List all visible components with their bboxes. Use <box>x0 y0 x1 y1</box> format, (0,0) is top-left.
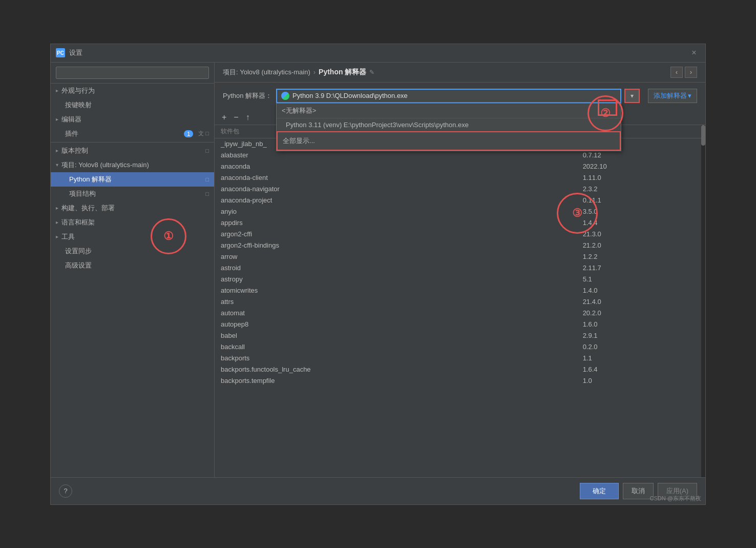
sidebar-search-input[interactable] <box>56 67 209 79</box>
table-row[interactable]: anaconda2022.10 <box>215 160 705 172</box>
sidebar-divider <box>51 142 214 143</box>
sidebar-item-project-structure[interactable]: 项目结构 □ <box>51 187 214 201</box>
breadcrumb-left: 项目: Yolov8 (ultralytics-main) › Python 解… <box>223 68 374 77</box>
package-version: 20.2.0 <box>577 307 705 318</box>
watermark: CSDN @东东不熬夜 <box>650 495 701 502</box>
table-row[interactable]: anaconda-navigator2.3.2 <box>215 183 705 194</box>
table-row[interactable]: backcall0.2.0 <box>215 341 705 352</box>
package-name: atomicwrites <box>215 285 577 296</box>
add-package-button[interactable]: + <box>219 112 229 123</box>
package-name: astropy <box>215 273 577 285</box>
sidebar-item-lang[interactable]: ▸ 语言和框架 <box>51 215 214 230</box>
package-name: backcall <box>215 341 577 352</box>
table-row[interactable]: argon2-cffi-bindings21.2.0 <box>215 239 705 251</box>
scrollbar-thumb[interactable] <box>701 125 705 146</box>
package-version: 1.4.0 <box>577 285 705 296</box>
package-version: 2.9.1 <box>577 330 705 341</box>
table-row[interactable]: babel2.9.1 <box>215 330 705 341</box>
table-row[interactable]: anaconda-project0.11.1 <box>215 194 705 206</box>
package-name: appdirs <box>215 217 577 228</box>
package-name: anyio <box>215 206 577 217</box>
interpreter-value: Python 3.9 D:\QLDownload\python.exe <box>292 92 408 99</box>
python-icon <box>281 92 289 100</box>
app-icon: PC <box>56 48 65 57</box>
expand-arrow-icon: ▸ <box>56 148 58 153</box>
package-name: attrs <box>215 296 577 307</box>
package-name: backports.functools_lru_cache <box>215 363 577 375</box>
sidebar-item-vcs[interactable]: ▸ 版本控制 □ <box>51 144 214 158</box>
interpreter-dropdown: <无解释器> Python 3.11 (venv) E:\pythonProje… <box>276 103 621 151</box>
help-button[interactable]: ? <box>59 484 72 498</box>
sidebar-item-build[interactable]: ▸ 构建、执行、部署 <box>51 201 214 215</box>
table-row[interactable]: backports1.1 <box>215 352 705 363</box>
dropdown-item-no-interpreter[interactable]: <无解释器> <box>277 104 621 118</box>
package-version: 2022.10 <box>577 160 705 172</box>
table-row[interactable]: automat20.2.0 <box>215 307 705 318</box>
dropdown-item-venv[interactable]: Python 3.11 (venv) E:\pythonProject3\ven… <box>277 118 621 131</box>
table-row[interactable]: argon2-cffi21.3.0 <box>215 228 705 239</box>
package-version: 3.5.0 <box>577 206 705 217</box>
expand-arrow-icon: ▸ <box>56 234 58 239</box>
interpreter-select-wrapper: Python 3.9 D:\QLDownload\python.exe <无解释… <box>276 89 621 103</box>
table-row[interactable]: appdirs1.4.4 <box>215 217 705 228</box>
interpreter-select-box[interactable]: Python 3.9 D:\QLDownload\python.exe <box>276 89 621 103</box>
table-row[interactable]: astroid2.11.7 <box>215 262 705 273</box>
table-row[interactable]: anyio3.5.0 <box>215 206 705 217</box>
package-version: 0.2.0 <box>577 341 705 352</box>
edit-icon[interactable]: ✎ <box>369 69 374 76</box>
title-bar-left: PC 设置 <box>56 48 82 57</box>
sidebar-item-advanced[interactable]: 高级设置 <box>51 258 214 273</box>
scrollbar[interactable] <box>701 125 705 477</box>
sidebar-item-python-interpreter[interactable]: Python 解释器 □ <box>51 172 214 187</box>
breadcrumb-project: 项目: Yolov8 (ultralytics-main) <box>223 68 310 77</box>
package-version: 1.6.0 <box>577 318 705 330</box>
table-row[interactable]: backports.tempfile1.0 <box>215 375 705 386</box>
table-row[interactable]: arrow1.2.2 <box>215 251 705 262</box>
expand-arrow-icon: ▸ <box>56 205 58 211</box>
add-interpreter-button[interactable]: 添加解释器 ▾ <box>648 89 697 103</box>
show-all-button[interactable]: 全部显示... <box>277 131 621 151</box>
package-name: backports.tempfile <box>215 375 577 386</box>
remove-package-button[interactable]: − <box>230 112 241 123</box>
table-row[interactable]: autopep81.6.0 <box>215 318 705 330</box>
sidebar-item-appearance[interactable]: ▸ 外观与行为 <box>51 84 214 98</box>
sidebar-item-tools[interactable]: ▸ 工具 <box>51 230 214 244</box>
package-name: babel <box>215 330 577 341</box>
add-button-arrow-icon: ▾ <box>688 92 691 99</box>
table-row[interactable]: anaconda-client1.11.0 <box>215 172 705 183</box>
package-version: 1.2.2 <box>577 251 705 262</box>
nav-back-button[interactable]: ‹ <box>670 67 683 78</box>
expand-arrow-icon: ▸ <box>56 219 58 225</box>
package-version: 1.6.4 <box>577 363 705 375</box>
plugin-icons: 文 □ <box>198 130 209 137</box>
sidebar-item-project[interactable]: ▾ 项目: Yolov8 (ultralytics-main) <box>51 158 214 172</box>
interpreter-label: Python 解释器： <box>223 91 272 100</box>
table-row[interactable]: backports.functools_lru_cache1.6.4 <box>215 363 705 375</box>
expand-arrow-icon: ▸ <box>56 116 58 122</box>
package-version: 21.3.0 <box>577 228 705 239</box>
sidebar-item-editor[interactable]: ▸ 编辑器 <box>51 112 214 127</box>
update-package-button[interactable]: ↑ <box>243 112 253 123</box>
expand-arrow-icon: ▾ <box>56 162 58 168</box>
sidebar-item-sync[interactable]: 设置同步 <box>51 244 214 258</box>
breadcrumb-bar: 项目: Yolov8 (ultralytics-main) › Python 解… <box>215 63 705 83</box>
sidebar-item-plugins[interactable]: 插件 1 文 □ <box>51 127 214 141</box>
package-version: 21.4.0 <box>577 296 705 307</box>
interpreter-row: Python 解释器： Python 3.9 D:\QLDownload\pyt… <box>223 89 697 103</box>
interpreter-section: Python 解释器： Python 3.9 D:\QLDownload\pyt… <box>215 83 705 110</box>
dropdown-arrow-button[interactable]: ▾ <box>624 89 640 103</box>
package-name: argon2-cffi-bindings <box>215 239 577 251</box>
close-button[interactable]: × <box>688 47 700 59</box>
confirm-button[interactable]: 确定 <box>580 483 619 499</box>
sidebar-item-keymap[interactable]: 按键映射 <box>51 98 214 112</box>
table-row[interactable]: astropy5.1 <box>215 273 705 285</box>
dialog-title: 设置 <box>69 48 82 57</box>
table-row[interactable]: attrs21.4.0 <box>215 296 705 307</box>
cancel-button[interactable]: 取消 <box>623 483 654 499</box>
package-version: 2.11.7 <box>577 262 705 273</box>
nav-forward-button[interactable]: › <box>685 67 697 78</box>
package-table: 软件包 版本 _ipyw_jlab_nb_alabaster0.7.12anac… <box>215 125 705 387</box>
package-name: automat <box>215 307 577 318</box>
bottom-bar: ? 确定 取消 应用(A) <box>51 477 705 504</box>
table-row[interactable]: atomicwrites1.4.0 <box>215 285 705 296</box>
